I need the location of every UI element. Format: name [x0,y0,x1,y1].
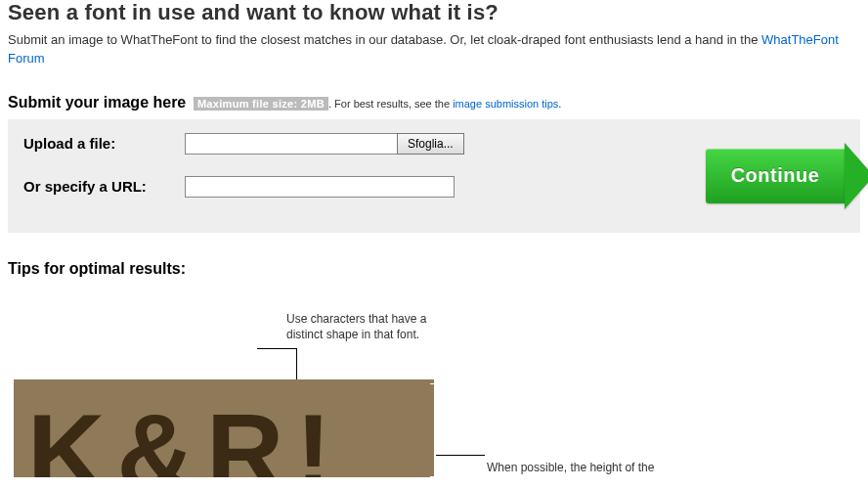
tip-distinct-shape: Use characters that have a distinct shap… [286,311,462,342]
submission-tips-link[interactable]: image submission tips [453,98,558,110]
continue-label: Continue [731,164,820,187]
upload-file-label: Upload a file: [23,135,185,152]
upload-form: Upload a file: Sfoglia... Or specify a U… [8,119,860,233]
continue-button[interactable]: Continue [706,149,845,203]
tips-heading: Tips for optimal results: [8,260,860,278]
upload-file-input[interactable] [185,133,398,155]
sample-text: K&R! [27,398,343,477]
filesize-badge: Maximum file size: 2MB [194,97,328,111]
tips-diagram: Use characters that have a distinct shap… [8,311,860,477]
intro-paragraph: Submit an image to WhatTheFont to find t… [8,31,860,68]
submit-heading-line: Submit your image here Maximum file size… [8,94,860,111]
url-input[interactable] [185,176,455,198]
height-indicator-icon [434,383,435,477]
browse-button[interactable]: Sfoglia... [397,133,464,155]
intro-text: Submit an image to WhatTheFont to find t… [8,32,761,47]
specify-url-label: Or specify a URL: [23,178,185,195]
submit-hint: . For best results, see the image submis… [328,98,561,110]
callout-line-2-icon [436,455,485,456]
submit-heading: Submit your image here [8,94,186,111]
sample-font-image: K&R! [14,379,434,477]
tip-letter-height: When possible, the height of the [487,460,760,475]
arrow-right-icon: Continue [706,149,845,203]
submit-hint-before: . For best results, see the [328,98,453,110]
submit-hint-after: . [558,98,561,110]
page-headline: Seen a font in use and want to know what… [8,0,860,25]
